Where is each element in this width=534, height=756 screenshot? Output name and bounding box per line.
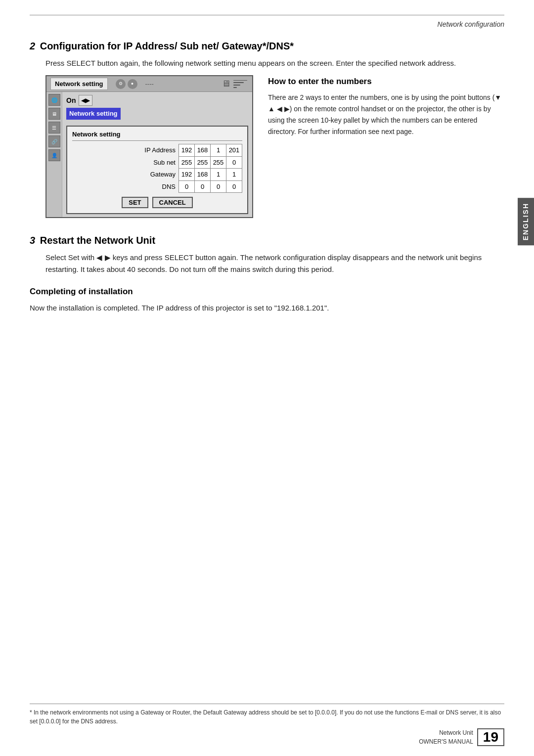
- section4-title-text: Completing of installation: [30, 287, 133, 296]
- subnet-val-1[interactable]: 255: [195, 156, 211, 169]
- set-button[interactable]: SET: [122, 197, 148, 208]
- subnet-val-3[interactable]: 0: [226, 156, 242, 169]
- section4-body-text: Now the installation is completed. The I…: [30, 304, 329, 312]
- ui-topbar-label: Network setting: [50, 78, 108, 90]
- table-row: DNS 0 0 0 0: [72, 180, 242, 193]
- section3-body: Select Set with ◀ ▶ keys and press SELEC…: [45, 252, 504, 275]
- icon-monitor: 🖥: [48, 108, 60, 120]
- section2-number: 2: [30, 41, 35, 51]
- dns-val-1[interactable]: 0: [195, 180, 211, 193]
- dns-label: DNS: [72, 180, 179, 193]
- icon-user: 👤: [48, 149, 60, 161]
- bar4: [233, 87, 237, 88]
- page-footer: Network Unit OWNER'S MANUAL 19: [419, 728, 504, 746]
- ip-label: IP Address: [72, 144, 179, 157]
- section2-body-text: Press SELECT button again, the following…: [45, 59, 456, 67]
- section3-number: 3: [30, 235, 35, 246]
- section3-body-text: Select Set with ◀ ▶ keys and press SELEC…: [45, 253, 482, 273]
- settings-icon: ⚙: [116, 79, 126, 89]
- section2-body: Press SELECT button again, the following…: [45, 57, 504, 69]
- ui-topbar-dash: ----: [145, 79, 154, 89]
- gateway-val-3[interactable]: 1: [226, 169, 242, 181]
- side-note: How to enter the numbers There are 2 way…: [268, 75, 504, 137]
- ip-val-2[interactable]: 1: [211, 144, 226, 157]
- ui-body: 🌐 🖥 ☰ 🔗 👤 On ◀▶ Network setting: [46, 92, 252, 217]
- subnet-label: Sub net: [72, 156, 179, 169]
- gateway-val-0[interactable]: 192: [179, 169, 195, 181]
- gateway-val-1[interactable]: 168: [195, 169, 211, 181]
- on-label: On: [66, 95, 76, 106]
- ip-val-1[interactable]: 168: [195, 144, 211, 157]
- icon-list: ☰: [48, 122, 60, 133]
- section3-title: 3 Restart the Network Unit: [30, 233, 504, 248]
- icon-net: 🔗: [48, 135, 60, 147]
- footer-line2: OWNER'S MANUAL: [419, 737, 473, 746]
- arrow-button[interactable]: ◀▶: [79, 95, 92, 106]
- signal-icon: 🖥: [222, 77, 230, 90]
- subnet-val-2[interactable]: 255: [211, 156, 226, 169]
- table-row: Sub net 255 255 255 0: [72, 156, 242, 169]
- footnote-text: * In the network environments not using …: [30, 709, 501, 725]
- dns-val-0[interactable]: 0: [179, 180, 195, 193]
- section3-title-text: Restart the Network Unit: [40, 235, 155, 246]
- ip-val-0[interactable]: 192: [179, 144, 195, 157]
- footer-labels: Network Unit OWNER'S MANUAL: [419, 728, 473, 746]
- content-row: Network setting ⚙ ● ---- 🖥: [45, 75, 504, 218]
- ui-on-row: On ◀▶: [66, 95, 248, 106]
- subnet-val-0[interactable]: 255: [179, 156, 195, 169]
- ui-topbar-right: 🖥: [222, 77, 248, 90]
- section2-title-text: Configuration for IP Address/ Sub net/ G…: [40, 41, 294, 51]
- network-setting-highlight[interactable]: Network setting: [66, 108, 121, 120]
- page-header-text: Network configuration: [438, 20, 504, 28]
- bar1: [233, 80, 247, 81]
- side-note-title: How to enter the numbers: [268, 75, 504, 88]
- bullet-icon: ●: [128, 79, 137, 89]
- footer-line1: Network Unit: [419, 728, 473, 737]
- section4-body: Now the installation is completed. The I…: [30, 302, 504, 314]
- ip-val-3[interactable]: 201: [226, 144, 242, 157]
- ui-main: On ◀▶ Network setting Network setting I: [62, 92, 252, 217]
- section4: Completing of installation Now the insta…: [30, 285, 504, 314]
- section2-title: 2 Configuration for IP Address/ Sub net/…: [30, 39, 504, 53]
- gateway-label: Gateway: [72, 169, 179, 181]
- bar3: [233, 85, 240, 86]
- side-note-body: There are 2 ways to enter the numbers, o…: [268, 92, 504, 137]
- page-container: Network configuration 2 Configuration fo…: [0, 0, 534, 756]
- ui-dialog: Network setting IP Address 192 168 1 201: [66, 126, 248, 215]
- dialog-buttons: SET CANCEL: [72, 197, 242, 208]
- table-row: IP Address 192 168 1 201: [72, 144, 242, 157]
- icon-globe: 🌐: [48, 94, 60, 106]
- ui-screenshot: Network setting ⚙ ● ---- 🖥: [45, 75, 253, 218]
- dns-val-2[interactable]: 0: [211, 180, 226, 193]
- bars-icon: [232, 79, 248, 89]
- page-header: Network configuration: [30, 15, 504, 30]
- ui-topbar-icons: ⚙ ●: [116, 79, 137, 89]
- gateway-val-2[interactable]: 1: [211, 169, 226, 181]
- ui-left-icons: 🌐 🖥 ☰ 🔗 👤: [46, 92, 62, 217]
- section4-title: Completing of installation: [30, 285, 504, 298]
- dialog-title: Network setting: [72, 130, 242, 141]
- page-number: 19: [477, 728, 504, 746]
- network-table: IP Address 192 168 1 201 Sub net 255: [72, 144, 242, 193]
- bar2: [233, 82, 244, 83]
- dns-val-3[interactable]: 0: [226, 180, 242, 193]
- footnote-area: * In the network environments not using …: [30, 704, 504, 726]
- english-tab: ENGLISH: [518, 198, 534, 245]
- table-row: Gateway 192 168 1 1: [72, 169, 242, 181]
- ui-topbar: Network setting ⚙ ● ---- 🖥: [46, 76, 252, 92]
- cancel-button[interactable]: CANCEL: [152, 197, 193, 208]
- section3: 3 Restart the Network Unit Select Set wi…: [30, 233, 504, 275]
